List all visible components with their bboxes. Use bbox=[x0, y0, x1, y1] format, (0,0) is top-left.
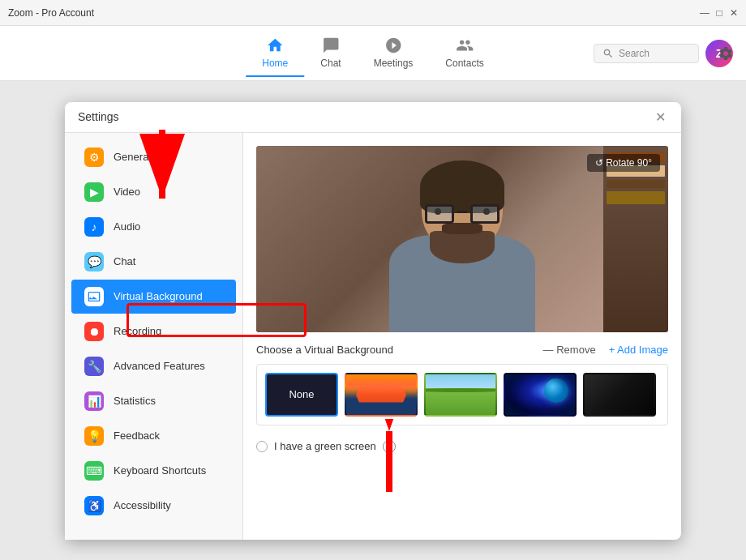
help-icon[interactable]: ? bbox=[383, 440, 396, 453]
nav-contacts-label: Contacts bbox=[445, 58, 483, 69]
sidebar-label-audio: Audio bbox=[114, 220, 140, 233]
video-icon: ▶ bbox=[84, 182, 104, 202]
search-icon bbox=[602, 48, 614, 59]
vbg-title: Choose a Virtual Background bbox=[256, 344, 393, 356]
advanced-icon: 🔧 bbox=[84, 357, 104, 376]
nav-home[interactable]: Home bbox=[246, 30, 304, 77]
settings-content: ↺ Rotate 90° Choose a Virtual Background… bbox=[243, 133, 681, 540]
nav-meetings[interactable]: Meetings bbox=[358, 30, 430, 77]
chat-icon: 💬 bbox=[84, 252, 104, 271]
sidebar-item-accessibility[interactable]: ♿ Accessibility bbox=[71, 489, 236, 523]
sidebar-item-recording[interactable]: ⏺ Recording bbox=[71, 314, 236, 348]
close-window-button[interactable]: ✕ bbox=[728, 7, 740, 19]
sidebar-label-advanced: Advanced Features bbox=[114, 360, 205, 372]
keyboard-icon: ⌨ bbox=[84, 461, 104, 481]
sidebar-label-video: Video bbox=[114, 186, 140, 198]
camera-preview: ↺ Rotate 90° bbox=[256, 146, 668, 332]
sidebar-label-keyboard: Keyboard Shortcuts bbox=[114, 464, 206, 477]
nav-items: Home Chat Meetings Contacts bbox=[246, 30, 499, 77]
vbg-item-none[interactable]: None bbox=[265, 373, 338, 417]
settings-header: Settings ✕ bbox=[65, 102, 681, 133]
vbg-grid: None bbox=[256, 364, 668, 425]
sidebar-item-chat[interactable]: 💬 Chat bbox=[71, 245, 236, 279]
search-placeholder: Search bbox=[619, 48, 650, 59]
nav-contacts[interactable]: Contacts bbox=[429, 30, 499, 77]
app-body: Settings ✕ ⚙ General ▶ Video ♪ Audio bbox=[0, 81, 746, 560]
bookshelf bbox=[603, 146, 668, 332]
vbg-icon bbox=[84, 287, 104, 306]
vbg-none-label: None bbox=[289, 388, 314, 400]
search-area: Search Z bbox=[594, 40, 733, 67]
gear-icon[interactable] bbox=[714, 41, 738, 66]
accessibility-icon: ♿ bbox=[84, 496, 104, 515]
settings-title: Settings bbox=[78, 110, 652, 123]
sidebar-item-video[interactable]: ▶ Video bbox=[71, 175, 236, 209]
sidebar-label-recording: Recording bbox=[114, 325, 161, 337]
sidebar-item-statistics[interactable]: 📊 Statistics bbox=[71, 384, 236, 418]
feedback-icon: 💡 bbox=[84, 426, 104, 446]
settings-close-button[interactable]: ✕ bbox=[652, 109, 668, 125]
nav-chat-label: Chat bbox=[320, 58, 341, 69]
nav-meetings-label: Meetings bbox=[374, 58, 414, 69]
nav-home-label: Home bbox=[262, 58, 288, 69]
sidebar-label-accessibility: Accessibility bbox=[114, 499, 171, 511]
green-screen-checkbox[interactable] bbox=[256, 441, 268, 452]
remove-button[interactable]: — Remove bbox=[543, 344, 596, 356]
sidebar-item-advanced[interactable]: 🔧 Advanced Features bbox=[71, 349, 236, 383]
sidebar-label-statistics: Statistics bbox=[114, 395, 156, 407]
vbg-item-space[interactable] bbox=[504, 373, 577, 417]
sidebar-label-general: General bbox=[114, 151, 151, 163]
vbg-section: Choose a Virtual Background — Remove + A… bbox=[256, 344, 668, 425]
sidebar-label-vbg: Virtual Background bbox=[114, 290, 203, 302]
settings-dialog: Settings ✕ ⚙ General ▶ Video ♪ Audio bbox=[65, 102, 681, 540]
audio-icon: ♪ bbox=[84, 217, 104, 237]
titlebar: Zoom - Pro Account — □ ✕ bbox=[0, 0, 746, 26]
search-box[interactable]: Search bbox=[594, 44, 699, 63]
sidebar-item-keyboard[interactable]: ⌨ Keyboard Shortcuts bbox=[71, 454, 236, 488]
add-image-button[interactable]: + Add Image bbox=[609, 344, 668, 356]
vbg-actions: — Remove + Add Image bbox=[543, 344, 668, 356]
nav-chat[interactable]: Chat bbox=[304, 30, 357, 77]
navbar: Home Chat Meetings Contacts Search Z bbox=[0, 26, 746, 81]
sidebar-item-audio[interactable]: ♪ Audio bbox=[71, 210, 236, 244]
rotate-button[interactable]: ↺ Rotate 90° bbox=[587, 154, 660, 172]
settings-sidebar: ⚙ General ▶ Video ♪ Audio 💬 Chat bbox=[65, 133, 243, 540]
sidebar-label-chat: Chat bbox=[114, 255, 135, 267]
vbg-item-grass[interactable] bbox=[424, 373, 497, 417]
minimize-button[interactable]: — bbox=[699, 7, 710, 19]
general-icon: ⚙ bbox=[84, 147, 104, 167]
settings-body: ⚙ General ▶ Video ♪ Audio 💬 Chat bbox=[65, 133, 681, 540]
vbg-header: Choose a Virtual Background — Remove + A… bbox=[256, 344, 668, 356]
window-title: Zoom - Pro Account bbox=[8, 7, 738, 19]
person-silhouette bbox=[373, 154, 551, 332]
green-screen-label: I have a green screen bbox=[274, 440, 376, 452]
sidebar-item-general[interactable]: ⚙ General bbox=[71, 140, 236, 174]
vbg-item-dark[interactable] bbox=[583, 373, 656, 417]
vbg-item-bridge[interactable] bbox=[345, 373, 418, 417]
sidebar-label-feedback: Feedback bbox=[114, 430, 160, 442]
maximize-button[interactable]: □ bbox=[714, 7, 725, 19]
recording-icon: ⏺ bbox=[84, 322, 104, 341]
green-screen-row: I have a green screen ? bbox=[256, 440, 668, 453]
stats-icon: 📊 bbox=[84, 391, 104, 411]
sidebar-item-feedback[interactable]: 💡 Feedback bbox=[71, 419, 236, 453]
window-controls: — □ ✕ bbox=[699, 7, 740, 19]
sidebar-item-virtual-background[interactable]: Virtual Background bbox=[71, 280, 236, 314]
